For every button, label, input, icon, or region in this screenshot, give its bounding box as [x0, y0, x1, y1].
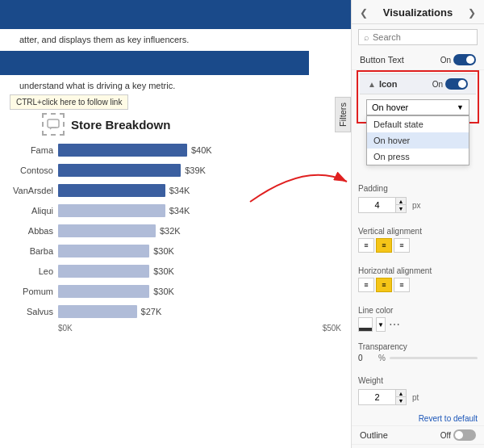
- bar-label: Leo: [5, 266, 53, 276]
- ellipsis-icon[interactable]: ⋯: [389, 318, 400, 331]
- dropdown-item-press[interactable]: On press: [367, 149, 469, 165]
- chart-container: Store Breakdown Fama$40KContoso$39KVanAr…: [0, 113, 351, 339]
- weight-row: 2 ▲ ▼ pt: [358, 387, 478, 408]
- bar-value: $34K: [169, 206, 190, 216]
- button-text-track[interactable]: [453, 54, 476, 65]
- viz-panel: ❮ Visualizations ❯ ⌕ Button Text On ▲ Ic…: [351, 0, 484, 448]
- bar-fill: [58, 224, 156, 237]
- bar-row: Aliqui$34K: [58, 203, 341, 219]
- bar-row: Abbas$32K: [58, 223, 341, 239]
- bar-chart: Fama$40KContoso$39KVanArsdel$34KAliqui$3…: [10, 142, 341, 320]
- weight-value: 2: [359, 392, 395, 402]
- bar-fill: [58, 204, 165, 217]
- bar-track: $34K: [58, 184, 341, 197]
- icon-track[interactable]: [445, 78, 468, 90]
- button-text-toggle[interactable]: On: [440, 54, 476, 65]
- bar-row: Pomum$30K: [58, 283, 341, 299]
- filters-tab[interactable]: Filters: [335, 97, 351, 132]
- panel-forward-icon[interactable]: ❯: [468, 7, 476, 19]
- padding-increment[interactable]: ▲: [396, 198, 406, 205]
- icon-thumb: [458, 80, 466, 88]
- search-box[interactable]: ⌕: [358, 29, 478, 45]
- v-align-bottom[interactable]: ≡: [394, 238, 410, 253]
- weight-unit: pt: [412, 393, 419, 402]
- button-text-label: Button Text: [360, 55, 404, 65]
- v-align-top[interactable]: ≡: [358, 238, 374, 253]
- h-align-center[interactable]: ≡: [376, 278, 392, 292]
- icon-toggle[interactable]: On: [432, 78, 468, 90]
- horizontal-alignment-row: ≡ ≡ ≡: [358, 278, 478, 292]
- outline-track[interactable]: [453, 429, 476, 441]
- bar-fill: [58, 285, 149, 298]
- ctrl-link-tooltip[interactable]: CTRL+click here to follow link: [10, 94, 128, 110]
- horizontal-alignment-section: Horizontal alignment ≡ ≡ ≡: [352, 259, 484, 299]
- padding-stepper[interactable]: ▲ ▼: [395, 198, 406, 212]
- icon-chevron-up[interactable]: ▲: [368, 80, 376, 89]
- bar-label: Contoso: [5, 165, 53, 175]
- chart-area: atter, and displays them as key influenc…: [0, 0, 351, 448]
- color-dropdown-arrow[interactable]: ▼: [376, 317, 386, 332]
- bar-value: $32K: [160, 226, 181, 236]
- bar-label: Aliqui: [5, 206, 53, 216]
- icon-dropdown-container: On hover ▼ Default state On hover On pre…: [366, 99, 469, 115]
- weight-label: Weight: [358, 376, 478, 385]
- bar-value: $30K: [153, 287, 174, 296]
- bar-label: VanArsdel: [5, 186, 53, 195]
- chart-title: Store Breakdown: [71, 118, 170, 132]
- padding-unit: px: [412, 201, 421, 210]
- weight-increment[interactable]: ▲: [396, 390, 406, 397]
- padding-input[interactable]: 4 ▲ ▼: [358, 197, 407, 213]
- icon-dropdown-value: On hover: [372, 103, 408, 112]
- vertical-alignment-row: ≡ ≡ ≡: [358, 238, 478, 253]
- weight-stepper[interactable]: ▲ ▼: [395, 390, 406, 404]
- weight-decrement[interactable]: ▼: [396, 397, 406, 404]
- panel-title: Visualizations: [383, 6, 453, 19]
- bar-value: $40K: [191, 145, 212, 155]
- search-input[interactable]: [373, 32, 472, 42]
- icon-dropdown-selected[interactable]: On hover ▼: [366, 99, 469, 115]
- padding-section: Padding 4 ▲ ▼ px: [352, 177, 484, 220]
- line-color-label: Line color: [358, 306, 478, 315]
- v-align-middle[interactable]: ≡: [376, 238, 392, 253]
- panel-back-icon[interactable]: ❮: [360, 7, 368, 19]
- bar-track: $39K: [58, 164, 341, 177]
- bar-row: Salvus$27K: [58, 304, 341, 320]
- h-align-left[interactable]: ≡: [358, 278, 374, 292]
- bar-track: $34K: [58, 204, 341, 217]
- svg-rect-0: [48, 119, 59, 128]
- button-text-state: On: [440, 56, 451, 65]
- icon-section-highlight: ▲ Icon On On hover ▼ Default state On ho…: [357, 70, 479, 124]
- bar-label: Salvus: [5, 307, 53, 316]
- top-description-text: atter, and displays them as key influenc…: [10, 31, 198, 48]
- padding-row: 4 ▲ ▼ px: [358, 195, 478, 216]
- outline-label: Outline: [360, 430, 388, 440]
- transparency-section: Transparency 0 %: [352, 335, 484, 369]
- revert-link[interactable]: Revert to default: [352, 412, 484, 425]
- bar-label: Pomum: [5, 287, 53, 296]
- bar-track: $30K: [58, 265, 341, 278]
- outline-state: Off: [440, 431, 451, 440]
- icon-dropdown-menu: Default state On hover On press: [366, 115, 469, 165]
- transparency-track[interactable]: [390, 357, 478, 359]
- search-icon: ⌕: [364, 32, 369, 42]
- bar-fill: [58, 184, 165, 197]
- dropdown-item-hover[interactable]: On hover: [367, 132, 469, 149]
- weight-input[interactable]: 2 ▲ ▼: [358, 389, 407, 405]
- bar-track: $27K: [58, 305, 341, 318]
- dropdown-item-default[interactable]: Default state: [367, 116, 469, 132]
- dropdown-arrow-icon: ▼: [457, 103, 464, 111]
- vertical-alignment-section: Vertical alignment ≡ ≡ ≡: [352, 220, 484, 259]
- h-align-right[interactable]: ≡: [394, 278, 410, 292]
- outline-thumb: [455, 431, 463, 439]
- outline-toggle[interactable]: Off: [440, 429, 476, 441]
- bar-fill: [58, 305, 137, 318]
- x-axis-min: $0K: [58, 324, 73, 333]
- color-swatch[interactable]: [358, 317, 373, 332]
- padding-decrement[interactable]: ▼: [396, 205, 406, 212]
- bar-row: Leo$30K: [58, 263, 341, 279]
- bar-value: $39K: [185, 165, 206, 175]
- bar-fill: [58, 265, 149, 278]
- bar-value: $30K: [153, 266, 174, 276]
- icon-section-header: ▲ Icon On: [360, 73, 476, 94]
- bar-value: $34K: [169, 186, 190, 195]
